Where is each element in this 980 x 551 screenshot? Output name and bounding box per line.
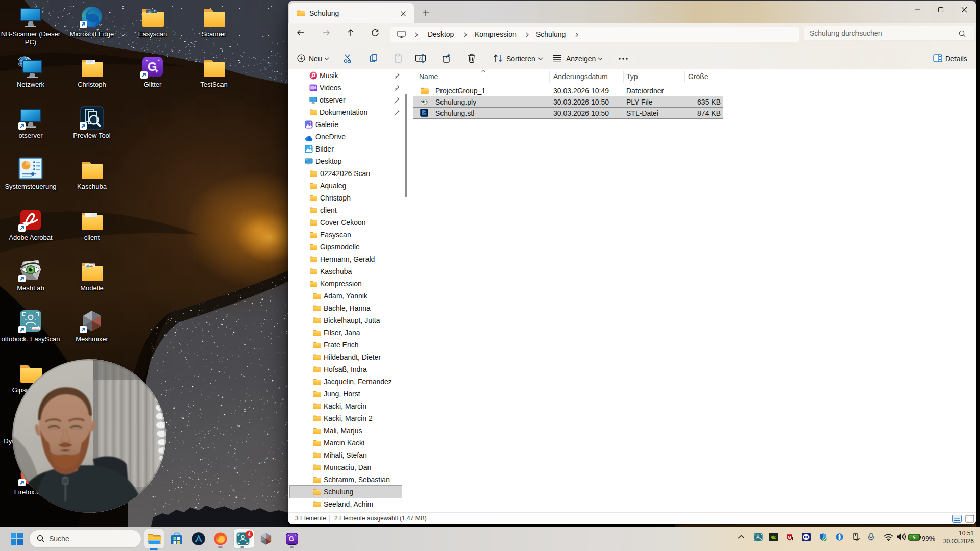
svg-text:A: A bbox=[419, 56, 422, 61]
svg-text:4: 4 bbox=[248, 532, 251, 537]
svg-text:G: G bbox=[148, 60, 157, 73]
svg-text:G: G bbox=[788, 535, 791, 540]
svg-text:ottobock.: ottobock. bbox=[32, 328, 40, 330]
svg-text:G: G bbox=[289, 535, 295, 543]
